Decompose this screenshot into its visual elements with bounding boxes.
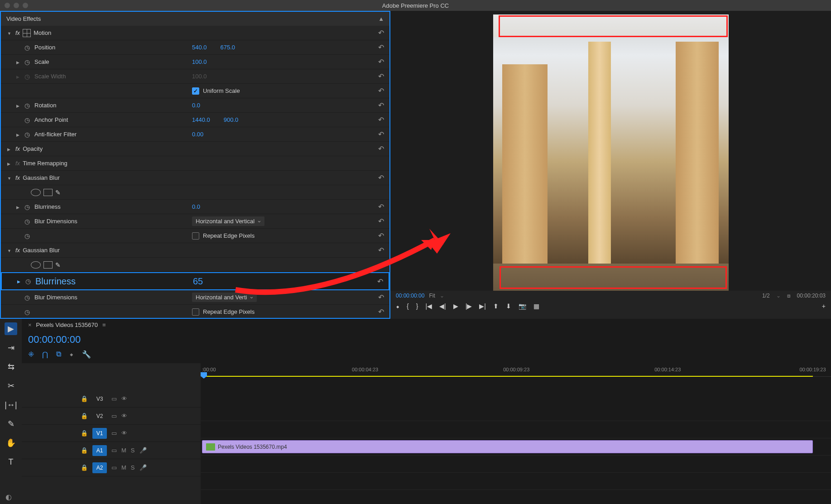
stopwatch-icon[interactable]: [24, 294, 32, 301]
add-marker-icon[interactable]: ⬥: [396, 302, 399, 310]
mark-out-icon[interactable]: }: [416, 302, 418, 310]
extract-icon[interactable]: ⬇: [506, 302, 511, 310]
reset-button[interactable]: [378, 115, 384, 124]
scale-value[interactable]: 100.0: [192, 58, 207, 65]
marker-icon[interactable]: ⬥: [69, 350, 74, 359]
solo-icon[interactable]: S: [131, 447, 135, 454]
eye-icon[interactable]: 👁: [121, 430, 127, 437]
effect-opacity[interactable]: fx Opacity: [1, 142, 389, 156]
type-tool-icon[interactable]: T: [5, 456, 17, 468]
reset-button[interactable]: [378, 217, 384, 226]
work-area-bar[interactable]: [202, 376, 813, 377]
panel-menu-icon[interactable]: ≡: [102, 322, 106, 328]
fx-icon[interactable]: fx: [15, 160, 20, 167]
timeline-ruler[interactable]: :00:00 00:00:04:23 00:00:09:23 00:00:14:…: [201, 363, 831, 377]
chevron-down-icon[interactable]: [7, 30, 14, 36]
reset-button[interactable]: [378, 130, 384, 139]
comparison-icon[interactable]: ▦: [533, 302, 539, 310]
selection-tool-icon[interactable]: ▶: [5, 322, 17, 335]
timeline-timecode[interactable]: 00:00:00:00: [28, 334, 81, 346]
chevron-right-icon[interactable]: [16, 59, 23, 65]
track-a2[interactable]: 🔒 A2 ▭ M S 🎤: [22, 459, 201, 476]
track-v2[interactable]: 🔒 V2 ▭ 👁: [22, 408, 201, 425]
fx-icon[interactable]: fx: [15, 247, 20, 254]
export-frame-icon[interactable]: 📷: [519, 302, 526, 310]
track-v3[interactable]: 🔒 V3 ▭ 👁: [22, 390, 201, 408]
go-to-in-icon[interactable]: |◀: [425, 302, 432, 310]
chevron-right-icon[interactable]: [16, 132, 23, 137]
fx-icon[interactable]: fx: [15, 174, 20, 181]
hand-tool-icon[interactable]: ✋: [5, 437, 17, 449]
blurriness2-value[interactable]: 65: [193, 276, 203, 286]
play-icon[interactable]: ▶: [453, 302, 458, 310]
effect-time-remapping[interactable]: fx Time Remapping: [1, 156, 389, 171]
chevron-right-icon[interactable]: [7, 146, 14, 152]
ellipse-mask-icon[interactable]: [31, 261, 41, 269]
reset-button[interactable]: [378, 246, 384, 254]
chevron-right-icon[interactable]: [17, 278, 24, 284]
reset-button[interactable]: [378, 144, 384, 153]
pen-mask-icon[interactable]: ✎: [55, 189, 61, 196]
close-window[interactable]: [5, 3, 10, 8]
maximize-window[interactable]: [23, 3, 28, 8]
reset-button[interactable]: [378, 173, 384, 182]
mic-icon[interactable]: 🎤: [139, 447, 147, 454]
effect-gaussian-blur-1[interactable]: fx Gaussian Blur: [1, 171, 389, 185]
chevron-right-icon[interactable]: [16, 204, 23, 210]
stopwatch-icon[interactable]: [24, 232, 32, 240]
linked-selection-icon[interactable]: ⧉: [56, 350, 61, 359]
button-editor-icon[interactable]: +: [822, 302, 826, 310]
lock-icon[interactable]: 🔒: [81, 447, 88, 454]
reset-button[interactable]: [378, 29, 384, 37]
reset-button[interactable]: [377, 277, 383, 286]
chevron-down-icon[interactable]: [7, 175, 14, 181]
effect-gaussian-blur-2[interactable]: fx Gaussian Blur: [1, 243, 389, 258]
video-clip[interactable]: Pexels Videos 1535670.mp4: [202, 440, 813, 453]
reset-button[interactable]: [378, 43, 384, 52]
panel-menu-icon[interactable]: ▲: [378, 15, 384, 22]
track-a1-label[interactable]: A1: [92, 445, 107, 456]
mute-icon[interactable]: M: [121, 447, 126, 454]
safe-margins-icon[interactable]: ⧈: [787, 293, 791, 299]
close-tab-icon[interactable]: ×: [28, 322, 32, 328]
ripple-edit-tool-icon[interactable]: ⇆: [5, 360, 17, 373]
snap-icon[interactable]: ⁜: [28, 350, 34, 359]
rotation-value[interactable]: 0.0: [192, 102, 200, 109]
toggle-track-icon[interactable]: ▭: [111, 464, 117, 471]
toggle-track-icon[interactable]: ▭: [111, 395, 117, 402]
chevron-right-icon[interactable]: [16, 74, 23, 79]
uniform-scale-checkbox[interactable]: [192, 87, 199, 95]
chevron-right-icon[interactable]: [16, 103, 23, 108]
lane-v2[interactable]: [201, 421, 831, 438]
chevron-right-icon[interactable]: [7, 161, 14, 166]
mic-icon[interactable]: 🎤: [139, 464, 147, 471]
timeline-tracks[interactable]: :00:00 00:00:04:23 00:00:09:23 00:00:14:…: [201, 363, 831, 504]
stopwatch-icon[interactable]: [24, 308, 32, 316]
minimize-window[interactable]: [14, 3, 19, 8]
effect-motion[interactable]: fx Motion: [1, 26, 389, 40]
stopwatch-icon[interactable]: [24, 102, 32, 109]
fx-icon[interactable]: fx: [15, 145, 20, 152]
track-v3-label[interactable]: V3: [92, 394, 107, 404]
reset-button[interactable]: [378, 202, 384, 211]
blur-dim2-dropdown[interactable]: Horizontal and Verti: [192, 293, 257, 302]
lane-a1[interactable]: [201, 456, 831, 473]
slip-tool-icon[interactable]: |↔|: [5, 398, 17, 411]
track-select-tool-icon[interactable]: ⇥: [5, 341, 17, 354]
reset-button[interactable]: [378, 72, 384, 81]
stopwatch-icon[interactable]: [24, 203, 32, 211]
stopwatch-icon[interactable]: [24, 44, 32, 51]
mute-icon[interactable]: M: [121, 464, 126, 471]
stopwatch-icon[interactable]: [24, 131, 32, 138]
sequence-tab-label[interactable]: Pexels Videos 1535670: [36, 322, 98, 328]
creative-cloud-icon[interactable]: ◐: [5, 493, 12, 501]
track-a2-label[interactable]: A2: [92, 462, 107, 473]
pen-tool-icon[interactable]: ✎: [5, 418, 17, 430]
monitor-fit-dropdown[interactable]: Fit: [429, 293, 435, 299]
blurriness1-value[interactable]: 0.0: [192, 203, 200, 210]
toggle-track-icon[interactable]: ▭: [111, 413, 117, 419]
stopwatch-icon[interactable]: [24, 116, 32, 124]
toggle-track-icon[interactable]: ▭: [111, 430, 117, 437]
track-v2-label[interactable]: V2: [92, 411, 107, 422]
track-v1-label[interactable]: V1: [92, 428, 107, 439]
